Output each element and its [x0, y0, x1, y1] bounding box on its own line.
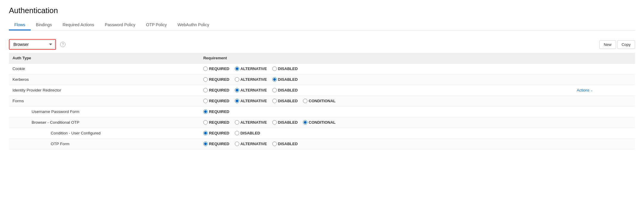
requirement-cell: REQUIREDDISABLED: [200, 128, 573, 139]
radio-option-conditional[interactable]: CONDITIONAL: [303, 99, 335, 103]
radio-label: DISABLED: [278, 77, 298, 82]
radio-option-alternative[interactable]: ALTERNATIVE: [235, 88, 267, 92]
radio-label: ALTERNATIVE: [240, 120, 267, 125]
requirement-cell: REQUIREDALTERNATIVEDISABLED: [200, 139, 573, 149]
tab-flows[interactable]: Flows: [9, 20, 31, 30]
actions-cell: [573, 106, 635, 117]
page-title: Authentication: [9, 6, 635, 15]
col-actions-header: [573, 53, 635, 63]
actions-cell: [573, 96, 635, 106]
flow-select-wrapper: Browser Direct Grant Registration HTTP C…: [9, 39, 56, 50]
indent-1: [28, 139, 47, 149]
sub2-cell: Condition - User Configured: [47, 128, 200, 139]
radio-option-required[interactable]: REQUIRED: [203, 109, 229, 114]
chevron-down-icon: ⌄: [590, 89, 593, 92]
radio-option-disabled[interactable]: DISABLED: [272, 120, 298, 125]
indent-0: [9, 106, 28, 117]
radio-label: REQUIRED: [209, 88, 229, 92]
sub2-cell: OTP Form: [47, 139, 200, 149]
requirement-cell: REQUIREDALTERNATIVEDISABLEDCONDITIONAL: [200, 96, 573, 106]
radio-option-alternative[interactable]: ALTERNATIVE: [235, 66, 267, 71]
radio-option-disabled[interactable]: DISABLED: [272, 66, 298, 71]
radio-label: ALTERNATIVE: [240, 88, 267, 92]
radio-label: REQUIRED: [209, 99, 229, 103]
indent-0: [9, 117, 28, 128]
tab-required-actions[interactable]: Required Actions: [57, 20, 99, 30]
radio-option-required[interactable]: REQUIRED: [203, 120, 229, 125]
auth-type-cell: Forms: [9, 96, 200, 106]
radio-label: ALTERNATIVE: [240, 142, 267, 146]
table-row: KerberosREQUIREDALTERNATIVEDISABLED: [9, 74, 635, 85]
table-row: Identity Provider RedirectorREQUIREDALTE…: [9, 85, 635, 96]
radio-option-disabled[interactable]: DISABLED: [235, 131, 260, 135]
sub1-cell: Browser - Conditional OTP: [28, 117, 200, 128]
radio-option-conditional[interactable]: CONDITIONAL: [303, 120, 335, 125]
indent-0: [9, 139, 28, 149]
toolbar: Browser Direct Grant Registration HTTP C…: [9, 36, 635, 53]
radio-label: DISABLED: [278, 66, 298, 71]
indent-1: [28, 128, 47, 139]
actions-cell: [573, 74, 635, 85]
tab-bindings[interactable]: Bindings: [31, 20, 57, 30]
radio-option-alternative[interactable]: ALTERNATIVE: [235, 99, 267, 103]
radio-label: REQUIRED: [209, 131, 229, 135]
table-row: Username Password FormREQUIRED: [9, 106, 635, 117]
table-header-row: Auth Type Requirement: [9, 53, 635, 63]
radio-label: REQUIRED: [209, 142, 229, 146]
radio-option-disabled[interactable]: DISABLED: [272, 77, 298, 82]
requirement-cell: REQUIREDALTERNATIVEDISABLEDCONDITIONAL: [200, 117, 573, 128]
table-row: Browser - Conditional OTPREQUIREDALTERNA…: [9, 117, 635, 128]
indent-0: [9, 128, 28, 139]
auth-table: Auth Type Requirement CookieREQUIREDALTE…: [9, 53, 635, 149]
flow-select[interactable]: Browser Direct Grant Registration HTTP C…: [10, 40, 55, 49]
radio-option-required[interactable]: REQUIRED: [203, 131, 229, 135]
toolbar-right: New Copy: [599, 40, 635, 49]
radio-option-alternative[interactable]: ALTERNATIVE: [235, 142, 267, 146]
copy-button[interactable]: Copy: [617, 40, 635, 49]
tabs-nav: Flows Bindings Required Actions Password…: [9, 20, 635, 31]
tab-password-policy[interactable]: Password Policy: [99, 20, 141, 30]
sub1-cell: Username Password Form: [28, 106, 200, 117]
radio-label: REQUIRED: [209, 109, 229, 114]
auth-type-cell: Kerberos: [9, 74, 200, 85]
toolbar-left: Browser Direct Grant Registration HTTP C…: [9, 39, 65, 50]
actions-cell: [573, 63, 635, 74]
help-icon[interactable]: ?: [60, 42, 65, 47]
requirement-cell: REQUIRED: [200, 106, 573, 117]
radio-label: REQUIRED: [209, 120, 229, 125]
radio-option-alternative[interactable]: ALTERNATIVE: [235, 77, 267, 82]
radio-label: REQUIRED: [209, 66, 229, 71]
col-auth-type-header: Auth Type: [9, 53, 200, 63]
new-button[interactable]: New: [599, 40, 616, 49]
radio-label: CONDITIONAL: [309, 120, 335, 125]
radio-option-required[interactable]: REQUIRED: [203, 99, 229, 103]
radio-option-alternative[interactable]: ALTERNATIVE: [235, 120, 267, 125]
auth-type-cell: Cookie: [9, 63, 200, 74]
col-requirement-header: Requirement: [200, 53, 573, 63]
radio-option-disabled[interactable]: DISABLED: [272, 88, 298, 92]
auth-type-cell: Identity Provider Redirector: [9, 85, 200, 96]
tab-webauthn-policy[interactable]: WebAuthn Policy: [172, 20, 215, 30]
radio-label: DISABLED: [240, 131, 260, 135]
radio-option-required[interactable]: REQUIRED: [203, 77, 229, 82]
radio-option-required[interactable]: REQUIRED: [203, 142, 229, 146]
table-row: FormsREQUIREDALTERNATIVEDISABLEDCONDITIO…: [9, 96, 635, 106]
actions-cell: Actions ⌄: [573, 85, 635, 96]
radio-label: DISABLED: [278, 120, 298, 125]
radio-label: DISABLED: [278, 142, 298, 146]
table-row: CookieREQUIREDALTERNATIVEDISABLED: [9, 63, 635, 74]
radio-label: DISABLED: [278, 88, 298, 92]
radio-label: REQUIRED: [209, 77, 229, 82]
requirement-cell: REQUIREDALTERNATIVEDISABLED: [200, 85, 573, 96]
radio-option-disabled[interactable]: DISABLED: [272, 99, 298, 103]
table-row: Condition - User ConfiguredREQUIREDDISAB…: [9, 128, 635, 139]
actions-cell: [573, 128, 635, 139]
tab-otp-policy[interactable]: OTP Policy: [141, 20, 172, 30]
radio-option-disabled[interactable]: DISABLED: [272, 142, 298, 146]
radio-label: ALTERNATIVE: [240, 99, 267, 103]
actions-link[interactable]: Actions ⌄: [577, 88, 632, 92]
radio-option-required[interactable]: REQUIRED: [203, 66, 229, 71]
actions-cell: [573, 139, 635, 149]
radio-label: DISABLED: [278, 99, 298, 103]
radio-option-required[interactable]: REQUIRED: [203, 88, 229, 92]
